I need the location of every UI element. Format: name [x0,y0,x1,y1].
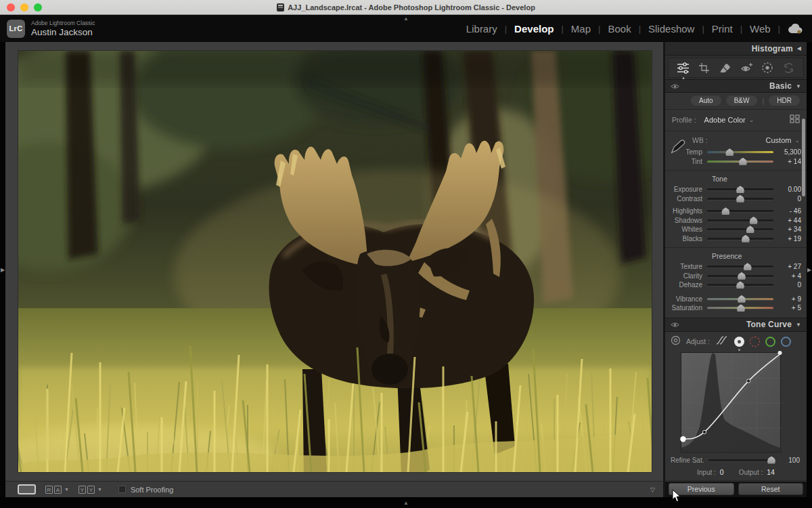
develop-canvas [5,42,664,481]
blacks-slider-track[interactable] [707,238,773,240]
highlights-slider-handle[interactable] [721,207,729,215]
tint-slider-handle[interactable] [739,158,747,165]
tone-curve-eye-icon[interactable] [671,322,681,328]
left-panel-collapsed-strip[interactable]: ▶ [0,42,5,497]
refine-sat-slider-handle[interactable] [767,457,775,464]
expand-left-panel-arrow[interactable]: ▶ [0,267,5,273]
module-book[interactable]: Book [608,23,631,35]
whites-slider-track[interactable] [707,228,773,230]
temp-slider-handle[interactable] [725,148,734,156]
loupe-view-button[interactable] [18,484,36,494]
bw-button[interactable]: B&W [726,96,758,106]
contrast-slider-track[interactable] [707,198,773,200]
module-web[interactable]: Web [750,23,771,35]
point-curve-channel-icon[interactable] [734,337,744,347]
basic-panel-header[interactable]: Basic ▼ [665,79,807,93]
wb-eyedropper-icon[interactable] [671,137,688,157]
module-picker-bar: ▲ LrC Adobe Lightroom Classic Austin Jac… [0,15,812,42]
curve-point-2[interactable] [747,379,750,382]
highlights-slider-track[interactable] [707,210,773,212]
filmstrip-collapsed-strip[interactable]: ▲ [0,497,812,508]
vibrance-slider-track[interactable] [707,298,773,300]
panel-scrollbar[interactable] [802,119,805,196]
maximize-window-button[interactable] [34,3,42,12]
cloud-sync-icon[interactable] [788,24,803,34]
exposure-slider-handle[interactable] [736,186,744,193]
contrast-slider-handle[interactable] [736,195,744,203]
histogram-panel-header[interactable]: Histogram ◀ [665,42,807,56]
collapse-right-panel-arrow[interactable]: ▶ [807,267,812,273]
reference-view-button[interactable]: RA ▼ [45,486,69,494]
dehaze-slider-track[interactable] [707,284,773,286]
temp-slider-track[interactable] [707,151,773,153]
red-channel-icon[interactable] [750,337,760,347]
collapse-top-panel-arrow[interactable]: ▲ [403,16,409,22]
curve-point-3[interactable] [778,351,782,355]
crop-icon[interactable] [696,60,713,76]
module-print[interactable]: Print [712,23,733,35]
expand-filmstrip-arrow[interactable]: ▲ [403,500,409,506]
texture-slider-handle[interactable] [744,263,752,270]
soft-proofing-checkbox[interactable] [118,486,126,493]
dehaze-slider-handle[interactable] [736,281,744,289]
module-slideshow[interactable]: Slideshow [648,23,694,35]
texture-slider-track[interactable] [707,266,773,268]
exposure-slider-track[interactable] [707,188,773,190]
tone-curve-collapse-arrow[interactable]: ▼ [796,322,801,328]
close-window-button[interactable] [7,3,15,12]
whites-slider-handle[interactable] [746,226,754,233]
reference-view-caret[interactable]: ▼ [64,487,69,492]
reset-button[interactable]: Reset [738,483,804,495]
shadows-slider-handle[interactable] [750,217,758,224]
auto-button[interactable]: Auto [691,96,721,106]
tone-curve-graph[interactable] [681,352,781,452]
hdr-button[interactable]: HDR [769,96,800,106]
soft-proofing-label: Soft Proofing [131,486,174,494]
saturation-slider-handle[interactable] [737,304,745,312]
dehaze-slider-label: Dehaze [665,281,707,289]
before-after-view-button[interactable]: YY ▼ [78,486,102,494]
toolbar-options-caret[interactable]: ▽ [648,486,658,493]
module-library[interactable]: Library [466,23,497,35]
refine-sat-slider-track[interactable] [708,459,774,461]
clarity-slider-handle[interactable] [738,272,746,280]
histogram-collapse-arrow[interactable]: ◀ [797,45,801,51]
minimize-window-button[interactable] [20,3,28,12]
before-after-caret[interactable]: ▼ [97,487,102,492]
parametric-curve-icon[interactable] [715,335,729,348]
versions-icon[interactable] [780,60,796,76]
saturation-slider-track[interactable] [707,307,773,309]
module-develop[interactable]: Develop [514,23,554,35]
photo-moose[interactable] [18,51,652,472]
adjust-row: Adjust : [665,332,807,351]
curve-point-0[interactable] [680,436,685,442]
module-separator: | [639,24,641,34]
previous-button[interactable]: Previous [669,483,734,495]
healing-icon[interactable] [717,60,734,76]
green-channel-icon[interactable] [765,337,775,347]
blue-channel-icon[interactable] [781,337,791,347]
masking-icon[interactable] [759,60,775,76]
vibrance-slider-value: + 9 [779,295,801,303]
tint-slider-track[interactable] [707,161,773,163]
blacks-slider-handle[interactable] [742,235,750,242]
shadows-slider-track[interactable] [707,219,773,221]
basic-collapse-arrow[interactable]: ▼ [796,83,801,89]
edit-icon[interactable] [675,60,692,76]
right-panel-collapse-strip[interactable]: ▶ [807,42,812,497]
window-title: AJJ_Landscape.lrcat - Adobe Photoshop Li… [277,3,535,12]
module-map[interactable]: Map [571,23,591,35]
curve-point-1[interactable] [702,430,706,433]
wb-caret-icon[interactable]: ⌄ [794,137,800,144]
vibrance-slider-handle[interactable] [738,295,746,303]
profile-browser-icon[interactable] [790,114,800,126]
profile-value[interactable]: Adobe Color [704,116,746,124]
target-adjustment-icon[interactable] [671,335,681,348]
wb-value[interactable]: Custom [766,136,792,144]
profile-caret-icon[interactable]: ⌄ [749,117,754,123]
tone-curve-panel-header[interactable]: Tone Curve ▼ [665,318,807,332]
clarity-slider-label: Clarity [665,272,707,280]
basic-eye-icon[interactable] [671,83,681,89]
red-eye-icon[interactable] [738,60,754,76]
clarity-slider-track[interactable] [707,275,773,277]
